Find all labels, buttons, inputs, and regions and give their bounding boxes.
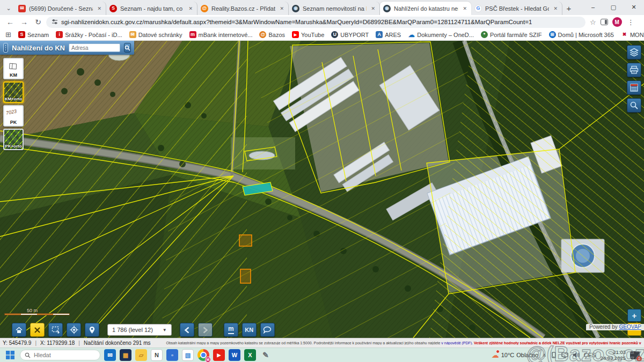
weather-temp: 10°C xyxy=(501,352,515,358)
bookmark-ubyport[interactable]: UUBYPORT xyxy=(331,31,369,38)
device-icon[interactable] xyxy=(551,352,557,358)
tab-search-button[interactable]: ⌄ xyxy=(2,2,15,14)
tab-close-icon[interactable]: ✕ xyxy=(279,5,285,12)
youtube-app-icon[interactable]: ▶ xyxy=(213,349,225,361)
layers-icon[interactable] xyxy=(627,45,641,60)
windows-start-icon[interactable] xyxy=(4,349,16,361)
save-app-icon[interactable]: ▫ xyxy=(166,349,178,361)
kn-info-button[interactable]: KN xyxy=(242,323,257,337)
apps-grid-icon[interactable]: ⊞ xyxy=(5,31,11,39)
lasso-select-icon[interactable] xyxy=(260,323,275,337)
tab-close-icon[interactable]: ✕ xyxy=(96,5,103,12)
browser-tab-lv[interactable]: ◉ Seznam nemovitostí na LV | Na ✕ xyxy=(289,2,380,15)
bookmark-seznam[interactable]: SSeznam xyxy=(18,31,49,38)
minimize-button[interactable]: – xyxy=(583,0,603,14)
print-icon[interactable] xyxy=(627,63,641,77)
tab-title: (5699) Doručené - Seznam Ema xyxy=(29,5,93,12)
bookmark-label: mBank internetové... xyxy=(199,32,253,38)
bookmark-ares[interactable]: AARES xyxy=(376,31,401,38)
map-canvas[interactable]: Nahlížení do KN KM KM+orto 7023 PK PK+or… xyxy=(0,41,644,338)
taskbar-search[interactable] xyxy=(20,350,100,360)
browser-menu-icon[interactable]: ⋮ xyxy=(626,18,635,26)
legend-table-icon[interactable] xyxy=(627,80,641,95)
bookmark-srazky[interactable]: iSrážky - Počasí - iD... xyxy=(56,31,122,38)
menu-hamburger-icon[interactable] xyxy=(3,43,8,53)
notes-app-icon[interactable]: N xyxy=(151,349,163,361)
bookmark-label: Domů | Microsoft 365 xyxy=(558,32,614,38)
browser-tab-seznam[interactable]: S Seznam - najdu tam, co nezná ✕ xyxy=(106,2,197,15)
keyboard-layout[interactable]: CES xyxy=(584,352,596,358)
select-rectangle-icon[interactable] xyxy=(48,323,63,337)
tab-close-icon[interactable]: ✕ xyxy=(552,5,559,12)
back-icon[interactable]: ← xyxy=(4,16,16,28)
bazos-favicon: @ xyxy=(201,5,208,12)
word-icon[interactable]: W xyxy=(229,349,240,361)
toolbox-app-icon[interactable]: ▦ xyxy=(120,349,131,361)
bookmark-onedrive[interactable]: ☁Dokumenty – OneD... xyxy=(408,31,474,38)
taskbar-clock[interactable]: 21:03 24.03.2025 xyxy=(600,349,626,361)
forward-icon[interactable]: → xyxy=(18,16,30,28)
outlook-icon[interactable]: ✉ xyxy=(104,349,116,361)
browser-tab-nahlizeni-active[interactable]: ◉ Nahlížení do katastru nemovit ✕ xyxy=(380,2,471,15)
geovap-link[interactable]: GEOVAP xyxy=(619,324,642,330)
layer-button-km[interactable]: KM xyxy=(3,58,24,79)
photos-app-icon[interactable]: ▧ xyxy=(182,349,194,361)
layer-label: KM+orto xyxy=(4,97,23,101)
zoom-in-button[interactable]: + xyxy=(627,309,641,322)
bookmark-microsoft365[interactable]: ⊞Domů | Microsoft 365 xyxy=(549,31,614,38)
chrome-icon[interactable]: M xyxy=(197,349,209,361)
notification-center-icon[interactable]: 3 xyxy=(630,351,640,359)
tab-close-icon[interactable]: ✕ xyxy=(187,5,194,12)
speaker-icon[interactable] xyxy=(573,352,580,358)
address-search-input[interactable] xyxy=(69,43,120,52)
pen-app-icon[interactable]: ✎ xyxy=(260,349,272,361)
bookmark-datove-schranky[interactable]: ✉Datové schránky xyxy=(129,31,182,38)
file-explorer-icon[interactable]: ▱ xyxy=(135,349,147,361)
clear-selection-icon[interactable] xyxy=(30,323,45,337)
scale-level-dropdown[interactable]: 1 786 (level 12) ▼ xyxy=(107,324,172,336)
browser-tab-email[interactable]: ✉ (5699) Doručené - Seznam Ema ✕ xyxy=(15,2,106,15)
layer-button-pk[interactable]: 7023 PK xyxy=(3,105,24,127)
disclaimer-text: Obsah katastrální mapy a mapy pozemkovéh… xyxy=(166,341,440,345)
network-icon[interactable] xyxy=(561,352,568,358)
app-title: Nahlížení do KN xyxy=(12,44,65,52)
home-icon[interactable] xyxy=(12,323,26,337)
cuzk-favicon: ◉ xyxy=(292,5,299,12)
layer-button-km-orto-selected[interactable]: KM+orto xyxy=(3,82,24,103)
tab-close-icon[interactable]: ✕ xyxy=(370,5,376,12)
site-settings-icon[interactable] xyxy=(52,19,58,25)
history-forward-icon[interactable] xyxy=(198,323,213,337)
url-bar[interactable]: sgi-nahlizenidokn.cuzk.gov.cz/marushka/d… xyxy=(46,17,586,28)
layer-button-pk-orto[interactable]: PK+orto xyxy=(3,129,24,150)
bookmark-bazos[interactable]: @Bazos xyxy=(259,31,285,38)
weather-widget[interactable]: ☁ 10°C Oblačno xyxy=(492,351,539,359)
browser-tab-bazos[interactable]: @ Reality.Bazos.cz - Přidat inzerát ✕ xyxy=(197,2,289,15)
bookmark-star-icon[interactable]: ☆ xyxy=(590,18,596,26)
seznam-favicon: S xyxy=(109,5,117,12)
mbank-icon: m xyxy=(189,31,196,38)
tab-close-icon[interactable]: ✕ xyxy=(462,5,468,12)
side-panel-icon[interactable] xyxy=(601,19,608,25)
measure-icon[interactable]: m xyxy=(224,323,238,337)
tray-expand-icon[interactable]: ∧ xyxy=(543,352,546,358)
bookmark-youtube[interactable]: ▶YouTube xyxy=(292,31,324,38)
zoom-search-icon[interactable] xyxy=(627,98,641,113)
browser-tab-google[interactable]: G PSČ Břestek - Hledat Googlem ✕ xyxy=(471,2,562,15)
help-pdf-link[interactable]: v nápovědě (PDF). xyxy=(441,341,473,345)
map-pin-icon[interactable] xyxy=(85,323,99,337)
bookmark-mbank[interactable]: mmBank internetové... xyxy=(189,31,253,38)
search-icon[interactable] xyxy=(124,43,131,53)
new-tab-button[interactable]: + xyxy=(562,2,575,14)
excel-icon[interactable]: X xyxy=(244,349,256,361)
close-window-button[interactable]: ✕ xyxy=(624,0,644,14)
reload-icon[interactable]: ↻ xyxy=(32,16,44,28)
bookmark-szif[interactable]: *Portál farmáře SZIF xyxy=(481,31,542,38)
bookmark-moneta[interactable]: ✖MONETA xyxy=(621,31,644,38)
history-back-icon[interactable] xyxy=(180,323,194,337)
locate-target-icon[interactable] xyxy=(67,323,81,337)
envelope-icon: ✉ xyxy=(129,31,136,38)
taskbar-search-input[interactable] xyxy=(34,352,90,358)
profile-avatar[interactable]: M xyxy=(612,17,622,27)
maximize-button[interactable]: ▢ xyxy=(603,0,624,14)
notification-count-badge: 3 xyxy=(636,356,642,361)
